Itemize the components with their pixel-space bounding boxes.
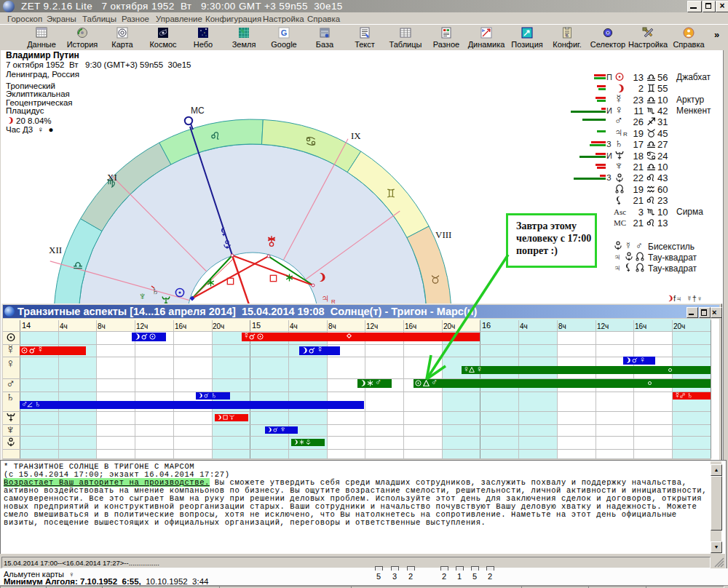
svg-text:XI: XI	[107, 172, 117, 183]
svg-text:Б: Б	[566, 33, 569, 38]
svg-text:MC: MC	[191, 106, 205, 116]
svg-text:G: G	[281, 28, 288, 37]
svg-text:♆: ♆	[138, 290, 146, 302]
svg-text:VIII: VIII	[435, 229, 451, 240]
svg-text:♃: ♃	[321, 292, 330, 304]
svg-text:IX: IX	[351, 130, 361, 141]
svg-text:XII: XII	[49, 245, 62, 255]
